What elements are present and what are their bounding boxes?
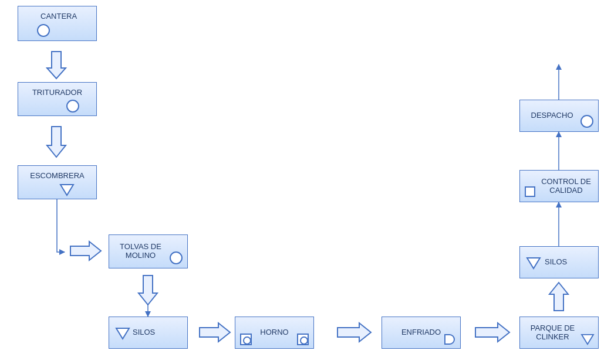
machine-icon [297, 334, 309, 345]
node-silos-2[interactable]: SILOS [519, 246, 599, 278]
machine-icon [240, 334, 252, 345]
svg-marker-3 [527, 258, 540, 268]
node-label: SILOS [545, 258, 567, 267]
node-tolvas[interactable]: TOLVAS DE MOLINO [109, 234, 188, 268]
d-shape-icon [444, 334, 455, 345]
arrow-down-icon [47, 52, 66, 79]
svg-marker-2 [582, 335, 593, 344]
arrow-up-icon [549, 283, 568, 311]
arrow-right-icon [475, 323, 509, 342]
node-label: ENFRIADO [401, 328, 441, 337]
triangle-down-icon [115, 327, 130, 340]
node-label: DESPACHO [531, 111, 573, 120]
circle-icon [37, 24, 50, 37]
node-label: TRITURADOR [32, 89, 82, 97]
node-label: TOLVAS DE MOLINO [113, 243, 168, 260]
node-horno[interactable]: HORNO [235, 317, 314, 349]
node-despacho[interactable]: DESPACHO [519, 100, 599, 132]
square-icon [525, 186, 535, 197]
node-cantera[interactable]: CANTERA [18, 6, 97, 41]
svg-marker-1 [116, 328, 129, 339]
node-label: CONTROL DE CALIDAD [538, 178, 595, 195]
circle-icon [580, 115, 593, 128]
node-escombrera[interactable]: ESCOMBRERA [18, 165, 97, 199]
triangle-down-icon [526, 257, 541, 270]
arrow-down-icon [139, 275, 157, 305]
node-label: CANTERA [40, 12, 77, 21]
arrow-right-icon [337, 323, 371, 342]
node-silos-1[interactable]: SILOS [109, 317, 188, 349]
triangle-down-icon [580, 334, 595, 345]
node-label: SILOS [133, 328, 155, 337]
node-triturador[interactable]: TRITURADOR [18, 82, 97, 116]
node-label: ESCOMBRERA [30, 172, 84, 181]
node-label: HORNO [260, 328, 288, 337]
node-enfriado[interactable]: ENFRIADO [382, 317, 461, 349]
arrow-right-icon [200, 323, 230, 342]
svg-marker-0 [60, 185, 73, 195]
circle-icon [66, 100, 79, 113]
arrow-right-icon [70, 241, 101, 260]
node-control[interactable]: CONTROL DE CALIDAD [519, 170, 599, 202]
node-parque[interactable]: PARQUE DE CLINKER [519, 317, 599, 349]
circle-icon [170, 251, 183, 264]
node-label: PARQUE DE CLINKER [524, 324, 582, 342]
triangle-down-icon [59, 183, 75, 196]
thin-connector [57, 199, 65, 252]
arrow-down-icon [47, 127, 66, 157]
